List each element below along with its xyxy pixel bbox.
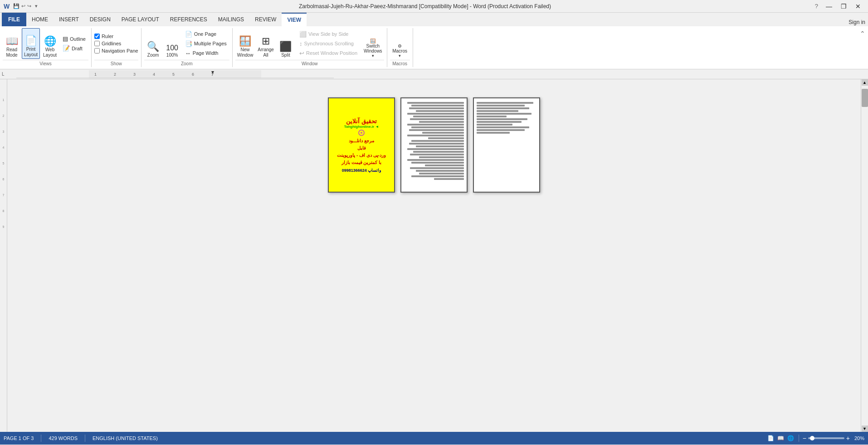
ribbon-content: 📖 ReadMode 📄 PrintLayout 🌐 WebLayout ▤Ou… [0,26,868,69]
tl [477,105,525,106]
group-show: Ruler Gridlines Navigation Pane Show [92,28,141,67]
tab-insert[interactable]: INSERT [54,13,84,26]
ad-phone: 09981366624 واتساپ [342,168,381,173]
views-label: Views [3,60,88,67]
view-side-by-side-button[interactable]: ⬜View Side by Side [297,29,360,39]
tab-page-layout[interactable]: PAGE LAYOUT [116,13,165,26]
page-3 [473,97,540,193]
synchronous-scrolling-button[interactable]: ↕Synchronous Scrolling [297,39,360,48]
ribbon-collapse[interactable]: ⌃ [857,28,868,67]
restore-btn[interactable]: ❐ [837,1,850,11]
minimize-btn[interactable]: — [823,1,835,11]
ad-url: Tahghighonline.ir ◄ [344,125,379,129]
ruler-mark-1: 1 [3,98,5,102]
new-window-icon: 🪟 [239,36,251,46]
web-layout-button[interactable]: 🌐 WebLayout [41,28,59,59]
split-button[interactable]: ⬛ Split [277,28,295,59]
navigation-pane-check[interactable] [94,48,100,53]
ribbon-tabs: FILE HOME INSERT DESIGN PAGE LAYOUT REFE… [0,13,868,26]
tab-references[interactable]: REFERENCES [165,13,213,26]
page-2 [400,97,468,193]
zoom-out-btn[interactable]: − [803,435,806,442]
svg-text:3: 3 [133,72,136,77]
tab-review[interactable]: REVIEW [249,13,282,26]
word-count: 429 WORDS [49,435,78,441]
title-bar: W 💾 ↩ ↪ ▾ Zarbolmasal-Jujeh-Ru-Akhar-Pae… [0,0,868,13]
read-mode-icon: 📖 [6,36,18,46]
one-page-button[interactable]: 📄One Page [182,29,229,39]
svg-text:1: 1 [94,72,97,77]
tab-file[interactable]: FILE [2,13,26,26]
scroll-up-btn[interactable]: ▲ [862,79,868,86]
outline-button[interactable]: ▤Outline [60,34,88,44]
tl [407,113,464,115]
close-btn[interactable]: ✕ [852,1,864,11]
tl [407,102,464,104]
gridlines-checkbox[interactable]: Gridlines [94,40,121,47]
zoom-page-col: 📄One Page 📑Multiple Pages ↔Page Width [182,28,229,59]
ruler-checkbox[interactable]: Ruler [94,33,113,39]
navigation-pane-checkbox[interactable]: Navigation Pane [94,48,138,54]
svg-text:6: 6 [192,72,194,77]
print-layout-button[interactable]: 📄 PrintLayout [22,28,40,59]
tl [409,129,464,131]
tab-home[interactable]: HOME [26,13,54,26]
tl [410,167,464,169]
page-2-content [401,98,467,192]
sign-in-link[interactable]: Sign in [846,18,868,26]
ad-body: مرجع دانلـــودفایلورد-پی دی اف - پاورپوی… [337,137,386,166]
zoom-button[interactable]: 🔍 Zoom [144,28,162,59]
tab-view[interactable]: VIEW [282,13,307,26]
macros-button[interactable]: ⚙ Macros ▾ [390,28,410,59]
gridlines-check[interactable] [94,41,100,46]
zoom-control[interactable]: − + 20% [803,435,864,442]
zoom-buttons: 🔍 Zoom 100 100% 📄One Page 📑Multiple Page… [144,28,229,59]
tab-design[interactable]: DESIGN [84,13,116,26]
switch-windows-button[interactable]: 🪟 SwitchWindows ▾ [362,28,384,59]
svg-text:5: 5 [172,72,175,77]
tl [419,156,464,158]
draft-button[interactable]: 📝Draft [60,44,88,53]
zoom-slider[interactable] [808,437,844,439]
page-width-button[interactable]: ↔Page Width [182,48,229,58]
zoom-level[interactable]: 20% [852,435,864,441]
print-layout-icon: 📄 [25,36,37,46]
group-views: 📖 ReadMode 📄 PrintLayout 🌐 WebLayout ▤Ou… [0,28,92,67]
scroll-down-btn[interactable]: ▼ [862,426,868,432]
print-layout-status-btn[interactable]: 📄 [767,434,775,442]
document-canvas[interactable]: تحقیق آنلاین Tahghighonline.ir ◄ مرجع دا… [7,79,861,432]
zoom-in-btn[interactable]: + [846,435,850,442]
zoom-100-button[interactable]: 100 100% [163,28,181,59]
multiple-pages-button[interactable]: 📑Multiple Pages [182,39,229,48]
help-btn[interactable]: ? [812,2,821,10]
web-layout-status-btn[interactable]: 🌐 [787,434,795,442]
arrange-all-button[interactable]: ⊞ ArrangeAll [256,28,276,59]
tl [434,178,464,180]
tl [477,102,533,104]
scroll-track[interactable] [862,87,868,426]
tab-mailings[interactable]: MAILINGS [213,13,249,26]
status-sep-3 [799,435,799,442]
vertical-scrollbar[interactable]: ▲ ▼ [861,79,868,432]
view-side-by-side-icon: ⬜ [299,31,307,38]
main-area: 1 2 3 4 5 6 7 8 9 تحقیق آنلاین Tahghigho… [0,79,868,432]
read-mode-status-btn[interactable]: 📖 [777,434,785,442]
ruler-corner-icon: L [2,72,5,77]
ruler-mark-7: 7 [3,193,5,197]
reset-window-position-button[interactable]: ↩Reset Window Position [297,48,360,58]
status-sep-2 [85,435,85,442]
web-layout-icon: 🌐 [44,36,56,46]
new-window-button[interactable]: 🪟 NewWindow [235,28,255,59]
tl [411,126,464,128]
ad-title: تحقیق آنلاین [346,118,377,125]
outline-draft-col: ▤Outline 📝Draft [60,28,88,59]
window-title: Zarbolmasal-Jujeh-Ru-Akhar-Paeez-Mishmar… [38,3,812,10]
ruler-mark-2: 2 [3,114,5,117]
group-zoom: 🔍 Zoom 100 100% 📄One Page 📑Multiple Page… [141,28,233,67]
ruler-check[interactable] [94,34,100,39]
scroll-thumb[interactable] [862,89,868,107]
multiple-pages-icon: 📑 [185,40,192,47]
tl [477,124,512,126]
read-mode-button[interactable]: 📖 ReadMode [3,28,21,59]
tl [407,159,464,161]
